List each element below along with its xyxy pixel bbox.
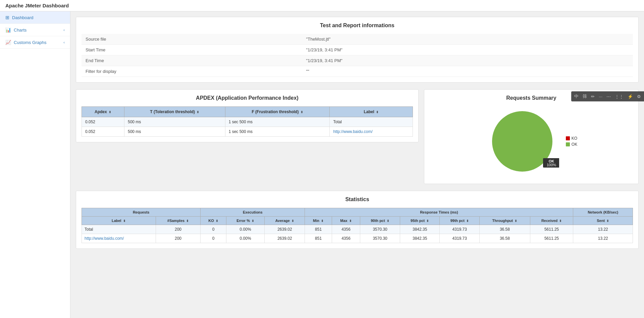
sort-icon[interactable]: ⇕ bbox=[376, 110, 379, 114]
toolbar-btn-6[interactable]: ⚡ bbox=[627, 93, 634, 100]
stats-pct95: 3842.35 bbox=[400, 234, 440, 243]
sort-icon[interactable]: ⇕ bbox=[197, 110, 199, 114]
stats-col-header: 95th pct ⇕ bbox=[400, 217, 440, 225]
apdex-row: 0.052500 ms1 sec 500 msTotal bbox=[82, 117, 413, 127]
stats-pct99: 4319.73 bbox=[440, 234, 480, 243]
stats-col-header: 99th pct ⇕ bbox=[440, 217, 480, 225]
apdex-label[interactable]: http://www.baidu.com/ bbox=[330, 127, 413, 137]
pie-container: OK 100% KO OK bbox=[430, 104, 633, 178]
sort-icon[interactable]: ⇕ bbox=[252, 219, 254, 223]
apdex-label: Total bbox=[330, 117, 413, 127]
stats-ko: 0 bbox=[201, 225, 226, 234]
toolbar-btn-1[interactable]: 筛 bbox=[582, 93, 588, 100]
toolbar-btn-0[interactable]: 中 bbox=[573, 93, 580, 100]
legend-ok: OK bbox=[566, 142, 577, 147]
sidebar-item-custom-graphs[interactable]: 📈 Customs Graphs ‹ bbox=[0, 36, 70, 49]
requests-summary-card: Requests Summary OK 100% bbox=[424, 89, 639, 184]
sort-icon[interactable]: ⇕ bbox=[559, 219, 562, 223]
stats-pct99: 4319.73 bbox=[440, 225, 480, 234]
test-info-row: Filter for display"" bbox=[82, 66, 633, 77]
apdex-f: 1 sec 500 ms bbox=[225, 117, 330, 127]
apdex-col-header: F (Frustration threshold) ⇕ bbox=[225, 107, 330, 117]
info-value: "TheMost.jtl" bbox=[302, 34, 633, 45]
stats-samples: 200 bbox=[156, 234, 201, 243]
ok-color-swatch bbox=[566, 142, 570, 146]
stats-col-header: #Samples ⇕ bbox=[156, 217, 201, 225]
apdex-t: 500 ms bbox=[124, 117, 225, 127]
sort-icon[interactable]: ⇕ bbox=[349, 219, 352, 223]
dashboard-icon: ⊞ bbox=[5, 15, 9, 20]
stats-col-header: Average ⇕ bbox=[265, 217, 305, 225]
charts-icon: 📊 bbox=[5, 27, 11, 33]
apdex-requests-row: APDEX (Application Performance Index) Ap… bbox=[76, 89, 639, 184]
app-title: Apache JMeter Dashboard bbox=[0, 0, 644, 11]
apdex-col: APDEX (Application Performance Index) Ap… bbox=[76, 89, 419, 184]
stats-min: 851 bbox=[305, 234, 332, 243]
stats-label: Total bbox=[82, 225, 156, 234]
apdex-title: APDEX (Application Performance Index) bbox=[82, 95, 413, 101]
stats-min: 851 bbox=[305, 225, 332, 234]
pie-chart: OK 100% bbox=[485, 104, 559, 178]
test-info-row: End Time"1/23/19, 3:41 PM" bbox=[82, 55, 633, 66]
sidebar-item-charts[interactable]: 📊 Charts ‹ bbox=[0, 24, 70, 36]
stats-throughput: 36.58 bbox=[480, 234, 530, 243]
stats-pct90: 3570.30 bbox=[360, 234, 400, 243]
sort-icon[interactable]: ⇕ bbox=[606, 219, 609, 223]
stats-ko: 0 bbox=[201, 234, 226, 243]
stats-col-header: Min ⇕ bbox=[305, 217, 332, 225]
toolbar-overlay: 中筛✏···⋯⋮⋮⚡⚙ bbox=[571, 91, 644, 101]
sort-icon[interactable]: ⇕ bbox=[515, 219, 517, 223]
apdex-t: 500 ms bbox=[124, 127, 225, 137]
stats-throughput: 36.58 bbox=[480, 225, 530, 234]
stats-label[interactable]: http://www.baidu.com/ bbox=[82, 234, 156, 243]
info-label: Start Time bbox=[82, 45, 302, 55]
stats-col-header: Throughput ⇕ bbox=[480, 217, 530, 225]
stats-sent: 13.22 bbox=[573, 225, 633, 234]
stats-samples: 200 bbox=[156, 225, 201, 234]
test-info-row: Source file"TheMost.jtl" bbox=[82, 34, 633, 45]
legend-ok-label: OK bbox=[572, 142, 577, 147]
sort-icon[interactable]: ⇕ bbox=[466, 219, 469, 223]
sort-icon[interactable]: ⇕ bbox=[186, 219, 189, 223]
apdex-value: 0.052 bbox=[82, 127, 124, 137]
toolbar-btn-2[interactable]: ✏ bbox=[590, 93, 596, 100]
test-info-table: Source file"TheMost.jtl"Start Time"1/23/… bbox=[82, 34, 633, 77]
sort-icon[interactable]: ⇕ bbox=[216, 219, 218, 223]
stats-error: 0.00% bbox=[226, 234, 265, 243]
apdex-table: Apdex ⇕T (Toleration threshold) ⇕F (Frus… bbox=[82, 106, 413, 137]
stats-average: 2639.02 bbox=[265, 225, 305, 234]
sidebar-label-dashboard: Dashboard bbox=[12, 15, 34, 20]
sort-icon[interactable]: ⇕ bbox=[291, 219, 294, 223]
sort-icon[interactable]: ⇕ bbox=[426, 219, 429, 223]
requests-summary-col: Requests Summary OK 100% bbox=[424, 89, 639, 184]
ko-color-swatch bbox=[566, 136, 570, 140]
stats-group-header: Executions bbox=[201, 208, 305, 217]
chevron-charts-icon: ‹ bbox=[63, 28, 65, 32]
toolbar-btn-5[interactable]: ⋮⋮ bbox=[614, 93, 625, 100]
test-info-title: Test and Report informations bbox=[82, 22, 633, 29]
stats-col-header: Max ⇕ bbox=[332, 217, 360, 225]
sort-icon[interactable]: ⇕ bbox=[321, 219, 324, 223]
statistics-card: Statistics RequestsExecutionsResponse Ti… bbox=[76, 191, 639, 249]
toolbar-btn-7[interactable]: ⚙ bbox=[636, 93, 642, 100]
sort-icon[interactable]: ⇕ bbox=[301, 110, 303, 114]
sort-icon[interactable]: ⇕ bbox=[387, 219, 389, 223]
stats-max: 4356 bbox=[332, 234, 360, 243]
apdex-col-header: Label ⇕ bbox=[330, 107, 413, 117]
sort-icon[interactable]: ⇕ bbox=[123, 219, 126, 223]
toolbar-btn-4[interactable]: ⋯ bbox=[605, 93, 612, 100]
toolbar-btn-3[interactable]: ··· bbox=[598, 93, 603, 100]
apdex-col-header: T (Toleration threshold) ⇕ bbox=[124, 107, 225, 117]
pie-label-pct: 100% bbox=[547, 163, 556, 167]
stats-row: http://www.baidu.com/ 200 0 0.00% 2639.0… bbox=[82, 234, 633, 243]
statistics-table: RequestsExecutionsResponse Times (ms)Net… bbox=[82, 208, 633, 243]
stats-col-header: 90th pct ⇕ bbox=[360, 217, 400, 225]
apdex-row: 0.052500 ms1 sec 500 mshttp://www.baidu.… bbox=[82, 127, 413, 137]
info-value: "1/23/19, 3:41 PM" bbox=[302, 55, 633, 66]
stats-received: 5611.25 bbox=[530, 225, 573, 234]
statistics-title: Statistics bbox=[82, 196, 633, 202]
stats-error: 0.00% bbox=[226, 225, 265, 234]
sidebar-item-dashboard[interactable]: ⊞ Dashboard bbox=[0, 11, 70, 24]
stats-col-header: Label ⇕ bbox=[82, 217, 156, 225]
sort-icon[interactable]: ⇕ bbox=[109, 110, 111, 114]
